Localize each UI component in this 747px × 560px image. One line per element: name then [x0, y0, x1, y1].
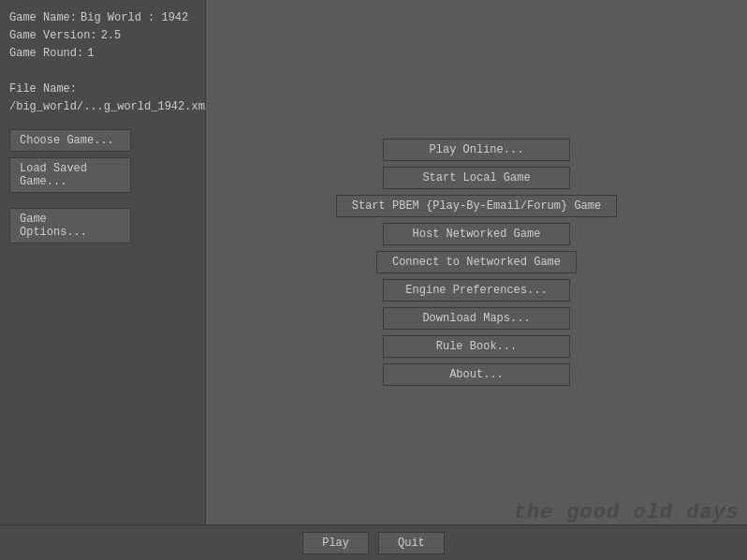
- game-name-label: Game Name:: [9, 9, 77, 27]
- load-saved-game-button[interactable]: Load Saved Game...: [9, 157, 131, 193]
- game-round-line: Game Round: 1: [9, 45, 196, 63]
- game-round-value: 1: [87, 45, 94, 63]
- game-version-value: 2.5: [101, 27, 122, 45]
- left-panel: Game Name: Big World : 1942 Game Version…: [0, 0, 206, 524]
- main-button-0[interactable]: Play Online...: [383, 139, 570, 161]
- main-button-5[interactable]: Engine Preferences...: [383, 279, 570, 302]
- file-name-value: /big_world/...g_world_1942.xml: [9, 98, 196, 116]
- main-container: Game Name: Big World : 1942 Game Version…: [0, 0, 747, 560]
- game-version-label: Game Version:: [9, 27, 97, 45]
- file-info: File Name: /big_world/...g_world_1942.xm…: [9, 81, 196, 116]
- main-button-1[interactable]: Start Local Game: [383, 167, 570, 189]
- file-name-label: File Name:: [9, 81, 196, 98]
- main-button-2[interactable]: Start PBEM {Play-By-Email/Forum} Game: [336, 195, 617, 217]
- game-name-line: Game Name: Big World : 1942: [9, 9, 196, 27]
- buttons-column: Play Online...Start Local GameStart PBEM…: [336, 139, 617, 386]
- game-name-value: Big World : 1942: [81, 9, 188, 27]
- game-round-label: Game Round:: [9, 45, 83, 63]
- main-button-3[interactable]: Host Networked Game: [383, 223, 570, 245]
- main-button-4[interactable]: Connect to Networked Game: [376, 251, 577, 273]
- game-version-line: Game Version: 2.5: [9, 27, 196, 45]
- main-button-8[interactable]: About...: [383, 363, 570, 386]
- main-button-7[interactable]: Rule Book...: [383, 335, 570, 358]
- main-button-6[interactable]: Download Maps...: [383, 307, 570, 330]
- quit-button[interactable]: Quit: [378, 532, 445, 554]
- play-button[interactable]: Play: [302, 532, 369, 554]
- game-options-button[interactable]: Game Options...: [9, 208, 131, 243]
- game-info: Game Name: Big World : 1942 Game Version…: [9, 9, 196, 64]
- bottom-bar: Play Quit: [0, 524, 747, 560]
- choose-game-button[interactable]: Choose Game...: [9, 129, 131, 152]
- content-area: Game Name: Big World : 1942 Game Version…: [0, 0, 747, 524]
- right-panel: Play Online...Start Local GameStart PBEM…: [206, 0, 747, 524]
